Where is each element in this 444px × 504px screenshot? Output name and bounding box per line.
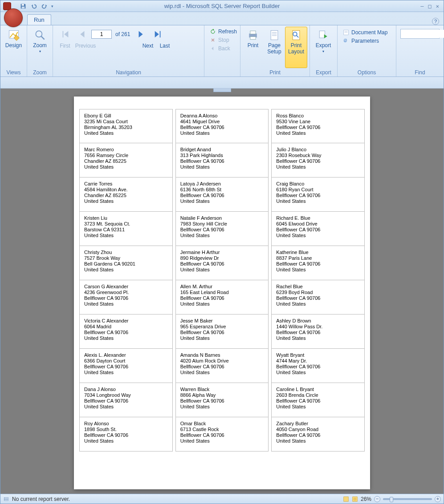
label-cell: Craig Blanco6180 Ryan CourtBellflower CA…	[271, 177, 365, 212]
label-cell: Caroline L Bryant2603 Brenda CircleBellf…	[271, 383, 365, 417]
svg-text:@: @	[343, 39, 347, 43]
tab-run[interactable]: Run	[27, 14, 51, 25]
minimize-button[interactable]: —	[420, 3, 424, 9]
stop-button[interactable]: Stop	[208, 36, 239, 44]
first-page-label: First	[57, 42, 73, 50]
help-icon[interactable]: ?	[432, 18, 439, 25]
next-page-label: Next	[140, 42, 155, 50]
find-box	[400, 29, 440, 39]
svg-point-4	[36, 31, 42, 37]
group-print: Print PageSetup PrintLayout Print	[240, 25, 310, 77]
label-cell: Rachel Blue6239 Boyd RoadBellflower CA 9…	[271, 280, 365, 314]
label-cell: Kristen Liu3723 Mt. Sequoia Ct.Barstow C…	[79, 212, 173, 246]
svg-rect-16	[319, 31, 325, 38]
group-zoom: Zoom ▾ Zoom	[27, 25, 53, 77]
zoom-out-button[interactable]: −	[374, 496, 380, 502]
app-menu-button[interactable]	[4, 8, 23, 27]
label-column: Ebony E Gill3235 Mi Casa CourtBirmingham…	[79, 109, 173, 452]
document-map-button[interactable]: Document Map	[341, 28, 389, 36]
label-cell: Roy Alonso1898 South St.Bellflower CA 90…	[79, 417, 173, 452]
back-button[interactable]: Back	[208, 44, 239, 52]
label-cell: Carson G Alexander4236 Greenwood Pl.Bell…	[79, 280, 173, 314]
quick-access-toolbar: ▾	[19, 2, 56, 10]
group-options: Document Map @ Parameters Options	[338, 25, 396, 77]
qat-dropdown-icon[interactable]: ▾	[51, 4, 56, 8]
first-page-button[interactable]	[57, 28, 73, 40]
save-icon[interactable]	[19, 2, 27, 10]
label-cell: Deanna A Alonso4641 Miguel DriveBellflow…	[175, 109, 269, 143]
ribbon-lower-bar	[0, 77, 444, 89]
label-cell: Amanda N Barnes4020 Alum Rock DriveBellf…	[175, 349, 269, 383]
svg-rect-23	[4, 497, 8, 499]
group-label-export: Export	[310, 69, 337, 77]
label-cell: Natalie F Anderson7983 Stony Hill Circle…	[175, 212, 269, 246]
svg-rect-8	[250, 37, 256, 40]
page-number-input[interactable]	[91, 30, 112, 39]
maximize-button[interactable]: □	[428, 3, 432, 9]
label-column: Deanna A Alonso4641 Miguel DriveBellflow…	[175, 109, 269, 452]
app-window: ▾ wip.rdl - Microsoft SQL Server Report …	[0, 0, 444, 504]
zoom-percent: 26%	[361, 496, 371, 502]
label-cell: Omar Black6713 Castle RockBellflower CA …	[175, 417, 269, 452]
label-cell: Katherine Blue8837 Paris LaneBellflower …	[271, 246, 365, 280]
status-text: No current report server.	[12, 496, 70, 502]
zoom-slider-thumb[interactable]	[390, 497, 393, 502]
group-label-find: Find	[396, 69, 444, 77]
chevron-down-icon: ▾	[39, 49, 41, 53]
report-viewer[interactable]: Ebony E Gill3235 Mi Casa CourtBirmingham…	[0, 89, 444, 494]
previous-page-label: Previous	[74, 42, 97, 50]
label-cell: Bridget Anand313 Park HighlandsBellflowe…	[175, 143, 269, 177]
svg-rect-1	[22, 6, 25, 8]
label-cell: Victoria C Alexander6064 MadridBellflowe…	[79, 314, 173, 349]
design-button[interactable]: Design	[2, 27, 25, 68]
export-button[interactable]: Export ▾	[312, 27, 335, 68]
close-button[interactable]: ✕	[436, 3, 439, 9]
next-page-button[interactable]	[134, 28, 149, 40]
chevron-down-icon: ▾	[322, 49, 324, 53]
group-find: Find	[396, 25, 444, 77]
last-page-label: Last	[157, 42, 172, 50]
server-icon	[3, 496, 9, 502]
splitter-grip[interactable]	[213, 89, 231, 92]
label-cell: Latoya J Andersen6136 North 68th StBellf…	[175, 177, 269, 212]
group-views: Design Views	[0, 25, 27, 77]
group-label-navigation: Navigation	[53, 69, 204, 77]
window-title: wip.rdl - Microsoft SQL Server Report Bu…	[0, 3, 444, 9]
redo-icon[interactable]	[41, 2, 49, 10]
refresh-button[interactable]: Refresh	[208, 28, 239, 36]
label-cell: Ross Blanco9530 Vine LaneBellflower CA 9…	[271, 109, 365, 143]
label-cell: Julio J Blanco2303 Rosebuck WayBellflowe…	[271, 143, 365, 177]
label-grid: Ebony E Gill3235 Mi Casa CourtBirmingham…	[79, 109, 365, 452]
group-label-print: Print	[240, 69, 310, 77]
last-page-button[interactable]	[151, 28, 166, 40]
preview-mode-icon[interactable]	[352, 496, 358, 502]
label-cell: Richard E. Blue6045 Elwood DriveBellflow…	[271, 212, 365, 246]
label-cell: Ashley D Brown1440 Willow Pass Dr.Bellfl…	[271, 314, 365, 349]
svg-rect-26	[353, 496, 358, 501]
undo-icon[interactable]	[30, 2, 38, 10]
print-layout-button[interactable]: PrintLayout	[285, 27, 307, 68]
page-setup-button[interactable]: PageSetup	[264, 27, 285, 68]
group-label-options: Options	[338, 69, 396, 77]
label-cell: Jesse M Baker965 Esperanza DriveBellflow…	[175, 314, 269, 349]
label-cell: Carrie Torres4584 Hamiliton Ave.Chandler…	[79, 177, 173, 212]
label-cell: Alexis L. Alexander6366 Dayton CourtBell…	[79, 349, 173, 383]
label-cell: Allen M. Arthur165 East Leland RoadBellf…	[175, 280, 269, 314]
group-label-views: Views	[0, 69, 27, 77]
print-button[interactable]: Print	[242, 27, 264, 68]
parameters-button[interactable]: @ Parameters	[341, 37, 389, 45]
previous-page-button[interactable]	[74, 28, 90, 40]
titlebar: ▾ wip.rdl - Microsoft SQL Server Report …	[0, 0, 444, 12]
label-cell: Marc Romero7656 Ramsey CircleChandler AZ…	[79, 143, 173, 177]
svg-rect-7	[250, 31, 256, 34]
design-mode-icon[interactable]	[343, 496, 349, 502]
group-nav-extra: Refresh Stop Back	[204, 25, 240, 77]
group-navigation: of 261 First Previous Next Last Navigat	[53, 25, 204, 77]
zoom-in-button[interactable]: +	[435, 496, 441, 502]
svg-rect-25	[344, 496, 349, 501]
zoom-button[interactable]: Zoom ▾	[29, 27, 51, 68]
zoom-slider[interactable]	[383, 498, 432, 500]
label-cell: Dana J Alonso7034 Longbrood WayBellflowe…	[79, 383, 173, 417]
label-column: Ross Blanco9530 Vine LaneBellflower CA 9…	[271, 109, 365, 452]
find-input[interactable]	[401, 30, 444, 38]
